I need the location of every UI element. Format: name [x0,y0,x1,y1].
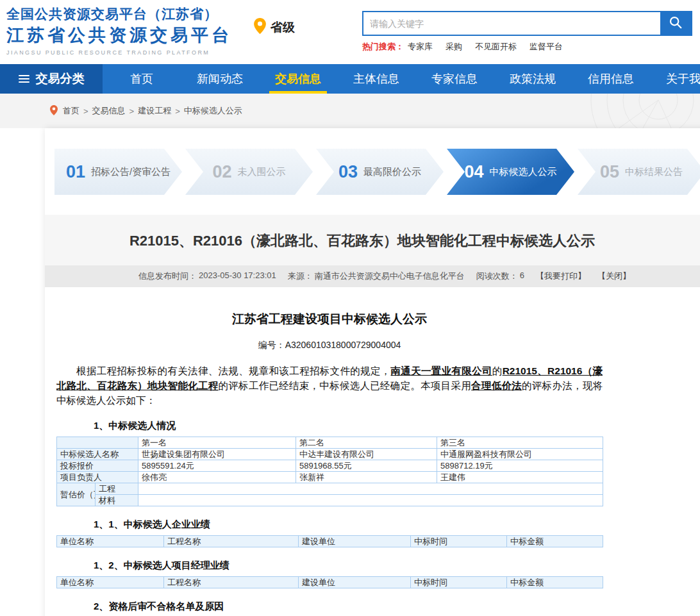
hot-search-label: 热门搜索： [362,41,404,53]
site-header: 全国公共资源交易平台（江苏省） 江苏省公共资源交易平台 JIANGSU PUBL… [0,0,700,64]
rank-header-3: 第三名 [437,437,603,449]
menu-icon [19,75,29,83]
article-meta-bar: 信息发布时间： 2023-05-30 17:23:01 来源： 南通市公共资源交… [45,265,700,287]
row-label: 中标候选人名称 [57,449,138,460]
enterprise-performance-table: 单位名称 工程名称 建设单位 中标时间 中标金额 [56,535,603,547]
col-header-win-time: 中标时间 [411,577,507,588]
project-manager-1: 徐伟亮 [138,472,296,483]
bid-price-1: 5895591.24元 [138,460,296,472]
table-row: 第一名 第二名 第三名 [57,437,603,449]
col-header-unit: 单位名称 [57,536,164,547]
trade-category-label: 交易分类 [36,71,85,87]
step-number: 05 [600,162,619,182]
breadcrumb-item-home[interactable]: 首页 [63,105,79,117]
step-price-ceiling[interactable]: 03 最高限价公示 [316,149,444,195]
document-heading: 江苏省工程建设项目中标候选人公示 [56,311,603,328]
nav-item-about-us[interactable]: 关于我们 [650,64,700,94]
section-1-1-title: 1、1、中标候选人企业业绩 [94,519,603,531]
view-count: 阅读次数： 6 [476,271,524,282]
step-number: 04 [464,162,483,182]
table-row: 项目负责人 徐伟亮 张新祥 王建伟 [57,472,603,483]
tenderee-name: 南通天一置业有限公司 [391,365,492,376]
breadcrumb-item-construction[interactable]: 建设工程 [138,105,171,117]
document-number-value: A3206010318000729004004 [285,340,401,350]
step-number: 01 [66,162,85,182]
decorative-rings [521,94,700,128]
col-header-win-time: 中标时间 [411,536,507,547]
table-row: 中标候选人名称 世扬建设集团有限公司 中达丰建设有限公司 中通服网盈科技有限公司 [57,449,603,460]
bid-price-3: 5898712.19元 [437,460,603,472]
trade-category-button[interactable]: 交易分类 [0,64,103,94]
search-icon [669,15,683,31]
breadcrumb-separator: > [175,106,180,116]
row-label: 项目负责人 [57,472,138,483]
rank-header-1: 第一名 [138,437,296,449]
nav-item-policies[interactable]: 政策法规 [494,64,572,94]
estimate-material-values [138,495,603,506]
nav-item-home[interactable]: 首页 [103,64,181,94]
breadcrumb-item-trade-info[interactable]: 交易信息 [92,105,126,117]
project-manager-3: 王建伟 [437,472,603,483]
col-header-win-amount: 中标金额 [507,536,603,547]
search-button[interactable] [660,12,691,35]
project-manager-2: 张新祥 [296,472,437,483]
nav-item-news[interactable]: 新闻动态 [181,64,259,94]
site-logo[interactable]: 全国公共资源交易平台（江苏省） 江苏省公共资源交易平台 JIANGSU PUBL… [6,5,232,56]
step-winner-result[interactable]: 05 中标结果公告 [578,149,700,195]
table-row: 单位名称 工程名称 建设单位 中标时间 中标金额 [57,536,603,547]
row-label: 投标报价 [57,460,138,472]
article-header-panel: R21015、R21016（濠北路北、百花路东）地块智能化工程中标候选人公示 信… [45,215,700,287]
logo-line-english: JIANGSU PUBLIC RESOURCE TRADING PLATFORM [6,49,232,56]
para-text: 的 [492,365,503,376]
table-row: 暂估价（万元） 工程 [57,483,603,495]
section-1-2-title: 1、2、中标候选人项目经理业绩 [94,560,603,572]
estimate-project-values [138,483,603,495]
source-label: 来源： [288,271,313,282]
location-pin-icon [254,18,266,37]
nav-item-credit-info[interactable]: 信用信息 [572,64,650,94]
publish-time-value: 2023-05-30 17:23:01 [199,271,276,282]
step-number: 03 [338,162,358,182]
view-count-label: 阅读次数： [476,271,518,282]
hot-link-procurement[interactable]: 采购 [446,41,462,53]
region-selector[interactable]: 省级 [254,18,295,37]
col-header-project: 工程名称 [164,536,299,547]
table-row: 材料 [57,495,603,506]
logo-line-provincial: 江苏省公共资源交易平台 [6,24,232,47]
step-label: 最高限价公示 [363,166,421,178]
nav-item-expert-info[interactable]: 专家信息 [415,64,494,94]
col-header-owner: 建设单位 [299,577,411,588]
breadcrumb-pin-icon [50,105,58,117]
region-label: 省级 [271,19,295,36]
step-label: 招标公告/资审公告 [91,166,171,178]
source-value: 南通市公共资源交易中心电子信息化平台 [315,271,465,282]
col-header-unit: 单位名称 [57,577,164,588]
nav-item-entity-info[interactable]: 主体信息 [337,64,415,94]
section-1-title: 1、中标候选人情况 [94,420,603,432]
search-box [362,11,692,36]
document-body: 江苏省工程建设项目中标候选人公示 编号：A3206010318000729004… [45,311,603,616]
corner-cell [57,437,138,449]
nav-item-trade-info[interactable]: 交易信息 [259,64,337,94]
candidates-table: 第一名 第二名 第三名 中标候选人名称 世扬建设集团有限公司 中达丰建设有限公司… [56,437,603,506]
estimate-sub-material: 材料 [96,495,138,506]
content-container: 01 招标公告/资审公告 02 未入围公示 03 最高限价公示 04 中标候选人… [45,128,700,616]
candidate-name-3: 中通服网盈科技有限公司 [437,449,603,460]
para-text: 的评标工作已经结束，中标候选人已经确定。本项目采用 [219,380,472,391]
step-winner-candidates[interactable]: 04 中标候选人公示 [447,149,574,195]
hot-link-expert-db[interactable]: 专家库 [408,41,433,53]
close-button[interactable]: 【关闭】 [597,271,631,282]
breadcrumb-item-winner-publicity[interactable]: 中标候选人公示 [184,105,242,117]
manager-performance-table: 单位名称 工程名称 建设单位 中标时间 中标金额 [56,576,603,588]
col-header-project: 工程名称 [164,577,299,588]
print-button[interactable]: 【我要打印】 [536,271,586,282]
step-not-shortlisted[interactable]: 02 未入围公示 [185,149,313,195]
step-label: 未入围公示 [238,166,286,178]
evaluation-method: 合理低价法 [471,380,522,391]
hot-link-supervision[interactable]: 监督平台 [529,41,563,53]
step-tender-announcement[interactable]: 01 招标公告/资审公告 [54,149,182,195]
hot-link-remote-bidding[interactable]: 不见面开标 [475,41,517,53]
publish-time: 信息发布时间： 2023-05-30 17:23:01 [138,271,276,282]
view-count-value: 6 [520,271,524,282]
search-input[interactable] [363,12,660,35]
